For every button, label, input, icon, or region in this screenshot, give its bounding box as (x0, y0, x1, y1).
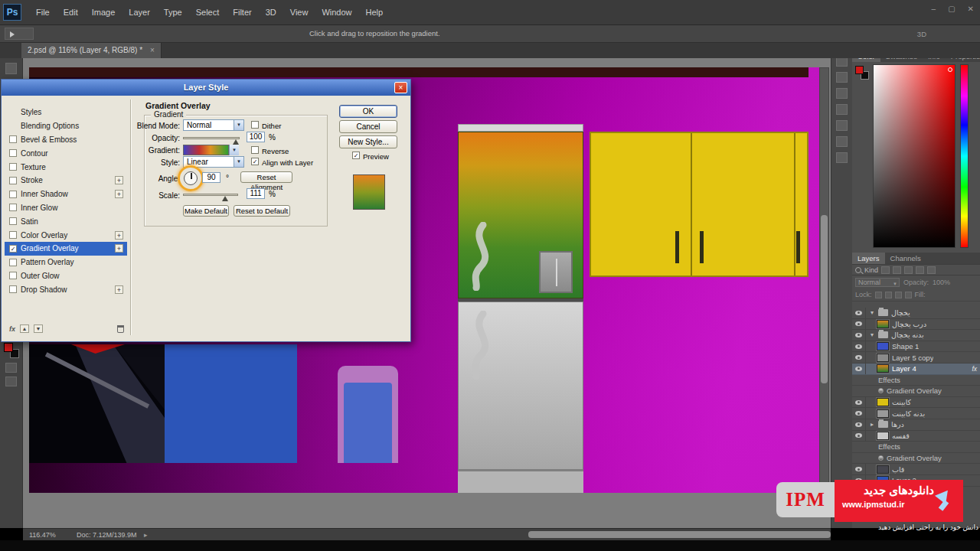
lock-transparency-icon[interactable] (875, 292, 882, 298)
add-effect-icon[interactable]: + (115, 244, 123, 253)
foreground-background-swatch[interactable] (4, 343, 19, 358)
reverse-checkbox[interactable] (251, 146, 259, 154)
layer-row-selected[interactable]: Layer 4 fx (852, 364, 980, 375)
dither-checkbox[interactable] (251, 121, 259, 129)
lock-all-icon[interactable] (905, 292, 912, 298)
menu-type[interactable]: Type (157, 0, 189, 24)
menu-3d[interactable]: 3D (259, 0, 283, 24)
opacity-slider-thumb[interactable] (233, 139, 239, 145)
style-item-inner-glow[interactable]: Inner Glow (5, 201, 127, 215)
tab-close-icon[interactable]: × (150, 43, 155, 58)
brush-panel-icon[interactable] (836, 152, 848, 163)
style-item-satin[interactable]: Satin (5, 214, 127, 228)
menu-image[interactable]: Image (85, 0, 122, 24)
lock-position-icon[interactable] (895, 292, 902, 298)
checkbox[interactable] (9, 259, 17, 266)
dialog-title-bar[interactable]: Layer Style (2, 80, 410, 96)
fx-icon[interactable]: fx (9, 325, 15, 333)
layer-blend-mode-dropdown[interactable]: Normal ▼ (855, 278, 900, 287)
menu-view[interactable]: View (283, 0, 315, 24)
reset-to-default-button[interactable]: Reset to Default (234, 205, 290, 217)
dialog-close-icon[interactable]: × (394, 82, 407, 93)
vertical-scrollbar[interactable] (819, 67, 829, 493)
new-style-button[interactable]: New Style... (339, 135, 397, 148)
style-item-blending-options[interactable]: Blending Options (5, 119, 127, 133)
tab-layers[interactable]: Layers (852, 253, 885, 264)
layer-row[interactable]: ▾ بدنه يخچال (852, 330, 980, 341)
layer-row[interactable]: ▾ يخچال (852, 308, 980, 319)
filter-type-icon[interactable] (904, 266, 913, 274)
delete-effect-icon[interactable] (117, 325, 124, 333)
move-tool-icon[interactable] (5, 63, 17, 74)
angle-dial[interactable] (184, 171, 198, 185)
checkbox[interactable] (9, 272, 17, 279)
style-item-texture[interactable]: Texture (5, 160, 127, 174)
expand-triangle-icon[interactable]: ▾ (867, 309, 877, 316)
hue-slider[interactable] (960, 64, 969, 248)
adjustments-panel-icon[interactable] (836, 88, 848, 99)
move-effect-down-icon[interactable]: ▼ (34, 324, 43, 333)
style-item-pattern-overlay[interactable]: Pattern Overlay (5, 256, 127, 269)
opacity-value[interactable]: 100 (247, 132, 265, 142)
effects-row[interactable]: Effects (852, 375, 980, 386)
checkbox[interactable] (9, 204, 17, 211)
gradient-picker-icon[interactable]: ▼ (229, 145, 239, 155)
color-picker-marker[interactable] (948, 67, 952, 72)
visibility-toggle[interactable] (852, 408, 866, 419)
tool-preset-icon[interactable] (5, 28, 34, 40)
style-item-styles[interactable]: Styles (5, 106, 127, 119)
menu-filter[interactable]: Filter (226, 0, 258, 24)
panel-color-swatches[interactable] (855, 66, 869, 80)
properties-panel-icon[interactable] (836, 72, 848, 83)
make-default-button[interactable]: Make Default (183, 205, 229, 217)
style-item-bevel-emboss[interactable]: Bevel & Emboss (5, 133, 127, 147)
checkbox[interactable] (9, 191, 17, 198)
visibility-toggle[interactable] (852, 352, 866, 363)
screen-mode-icon[interactable] (5, 377, 17, 386)
effect-item-row[interactable]: Gradient Overlay (852, 386, 980, 397)
opacity-slider[interactable] (183, 137, 240, 139)
checkbox[interactable] (9, 217, 17, 225)
style-item-contour[interactable]: Contour (5, 146, 127, 160)
add-effect-icon[interactable]: + (115, 176, 123, 184)
style-item-color-overlay[interactable]: Color Overlay+ (5, 228, 127, 242)
horizontal-scrollbar-thumb[interactable] (528, 531, 831, 538)
ok-button[interactable]: OK (339, 105, 397, 118)
visibility-toggle[interactable] (852, 330, 866, 341)
visibility-toggle[interactable] (852, 419, 866, 430)
style-item-drop-shadow[interactable]: Drop Shadow+ (5, 282, 127, 296)
vertical-scrollbar-thumb[interactable] (821, 215, 828, 383)
add-effect-icon[interactable]: + (115, 285, 123, 294)
minimize-icon[interactable]: – (932, 5, 936, 13)
visibility-toggle[interactable] (852, 431, 866, 442)
style-item-stroke[interactable]: Stroke+ (5, 174, 127, 187)
layer-row[interactable]: بدنه کابينت (852, 408, 980, 419)
maximize-icon[interactable]: ▢ (948, 5, 955, 13)
menu-layer[interactable]: Layer (122, 0, 157, 24)
move-effect-up-icon[interactable]: ▲ (20, 324, 29, 333)
fx-badge[interactable]: fx (972, 365, 977, 373)
cancel-button[interactable]: Cancel (339, 120, 397, 133)
menu-file[interactable]: File (29, 0, 57, 24)
layer-row[interactable]: Layer 5 copy (852, 352, 980, 364)
document-tab[interactable]: 2.psd @ 116% (Layer 4, RGB/8) * × (21, 43, 162, 58)
menu-help[interactable]: Help (359, 0, 390, 24)
style-item-gradient-overlay[interactable]: ✓Gradient Overlay+ (5, 242, 127, 256)
status-flyout-icon[interactable]: ▸ (144, 531, 148, 539)
layer-row[interactable]: Shape 1 (852, 341, 980, 353)
menu-window[interactable]: Window (315, 0, 358, 24)
saturation-field[interactable] (873, 64, 956, 248)
foreground-color-swatch[interactable] (855, 66, 864, 74)
checkbox[interactable] (9, 163, 17, 171)
foreground-color-swatch[interactable] (4, 343, 13, 352)
preview-checkbox[interactable]: ✓ (352, 152, 360, 159)
visibility-toggle[interactable] (852, 364, 866, 374)
scale-slider[interactable] (183, 194, 238, 196)
scale-slider-thumb[interactable] (222, 196, 228, 201)
layer-row[interactable]: قفسه (852, 431, 980, 442)
filter-adjustment-icon[interactable] (893, 266, 901, 274)
tab-channels[interactable]: Channels (885, 253, 926, 264)
filter-smart-object-icon[interactable] (927, 266, 936, 274)
layer-row[interactable]: کابينت (852, 397, 980, 409)
style-item-outer-glow[interactable]: Outer Glow (5, 269, 127, 283)
